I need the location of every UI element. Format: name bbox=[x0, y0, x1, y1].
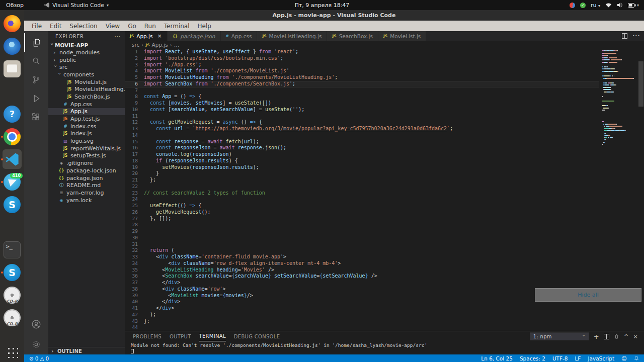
tree-item-setupTests.js[interactable]: JSsetupTests.js bbox=[48, 152, 125, 160]
code-line-41[interactable]: 41 </div> bbox=[125, 305, 599, 312]
code-line-7[interactable]: 7 bbox=[125, 87, 599, 94]
keyboard-layout[interactable]: ru ▾ bbox=[591, 2, 600, 9]
source-control-icon[interactable] bbox=[24, 70, 48, 89]
activities-button[interactable]: Обзор bbox=[0, 0, 30, 10]
menu-terminal[interactable]: Terminal bbox=[160, 22, 193, 30]
run-and-debug-icon[interactable] bbox=[24, 89, 48, 108]
tree-item-index.js[interactable]: JSindex.js bbox=[48, 130, 125, 138]
tree-item-App.css[interactable]: #App.css bbox=[48, 101, 125, 108]
eol-sequence[interactable]: LF bbox=[575, 355, 581, 361]
menu-help[interactable]: Help bbox=[194, 22, 215, 30]
show-applications-button[interactable] bbox=[6, 346, 18, 358]
dock-item-files[interactable] bbox=[0, 57, 24, 80]
feedback-smiley-icon[interactable]: ☺ bbox=[621, 355, 627, 361]
tab-MovieListHeading.js[interactable]: JSMovieListHeading.js bbox=[257, 31, 327, 41]
code-line-17[interactable]: 17 console.log(responseJson) bbox=[125, 151, 599, 158]
more-actions-icon[interactable]: ··· bbox=[114, 34, 121, 39]
tree-item-src[interactable]: ›src bbox=[48, 63, 125, 71]
code-line-22[interactable]: 22 bbox=[125, 184, 599, 190]
code-line-8[interactable]: 8const App = () => { bbox=[125, 94, 599, 100]
tree-item-yarn-error.log[interactable]: ≡yarn-error.log bbox=[48, 189, 125, 197]
account-icon[interactable] bbox=[24, 314, 48, 334]
code-line-38[interactable]: 38 <div className='row'> bbox=[125, 286, 599, 293]
update-indicator-icon[interactable]: ✓ bbox=[580, 3, 586, 8]
tab-App.js[interactable]: JSApp.js× bbox=[125, 31, 168, 41]
tab-App.css[interactable]: #App.css bbox=[221, 31, 258, 41]
close-panel-icon[interactable]: × bbox=[633, 333, 638, 340]
code-line-35[interactable]: 35 <MovieListHeading heading='Movies' /> bbox=[125, 267, 599, 274]
settings-gear-icon[interactable] bbox=[24, 334, 48, 354]
wifi-icon[interactable] bbox=[605, 3, 612, 8]
tree-item-.gitignore[interactable]: ◈.gitignore bbox=[48, 159, 125, 167]
code-line-34[interactable]: 34 <div className='row d-flex align-item… bbox=[125, 260, 599, 267]
code-line-5[interactable]: 5import MovieListHeading from './compone… bbox=[125, 74, 599, 81]
code-line-4[interactable]: 4import MovieList from './componets/Movi… bbox=[125, 68, 599, 74]
tree-item-MovieListHeading.js[interactable]: JSMovieListHeading.js bbox=[48, 85, 125, 93]
hide-all-button[interactable]: Hide all bbox=[578, 292, 598, 298]
tree-item-SearchBox.js[interactable]: JSSearchBox.js bbox=[48, 93, 125, 101]
tree-item-node_modules[interactable]: ›node_modules bbox=[48, 49, 125, 56]
tree-item-reportWebVitals.js[interactable]: JSreportWebVitals.js bbox=[48, 145, 125, 152]
code-line-10[interactable]: 10 const [searchValue, setSearchValue] =… bbox=[125, 107, 599, 113]
notifications-bell-icon[interactable] bbox=[634, 355, 639, 361]
tab-SearchBox.js[interactable]: JSSearchBox.js bbox=[327, 31, 378, 41]
code-line-14[interactable]: 14 bbox=[125, 132, 599, 139]
menu-selection[interactable]: Selection bbox=[66, 22, 101, 30]
dock-item-ubuntu-software[interactable] bbox=[0, 80, 24, 103]
panel-tab-output[interactable]: OUTPUT bbox=[170, 331, 191, 341]
terminal-output[interactable]: Module not found: Can't resolve './compo… bbox=[125, 341, 644, 354]
new-terminal-icon[interactable]: + bbox=[594, 333, 599, 340]
code-line-3[interactable]: 3import './App.css'; bbox=[125, 62, 599, 68]
tree-item-package.json[interactable]: {}package.json bbox=[48, 174, 125, 182]
tree-item-App.js[interactable]: JSApp.js bbox=[48, 108, 125, 116]
indentation[interactable]: Spaces: 2 bbox=[520, 355, 545, 361]
split-terminal-icon[interactable] bbox=[604, 334, 609, 339]
problems-status[interactable]: ⊘0 △0 bbox=[29, 355, 49, 361]
code-line-23[interactable]: 23// const searchValue 2 types of functi… bbox=[125, 190, 599, 197]
dock-item-terminal[interactable]: >_ bbox=[0, 238, 24, 261]
tree-item-App.test.js[interactable]: JSApp.test.js bbox=[48, 115, 125, 123]
code-line-40[interactable]: 40 </div> bbox=[125, 299, 599, 305]
menu-view[interactable]: View bbox=[102, 22, 123, 30]
tree-item-yarn.lock[interactable]: ◉yarn.lock bbox=[48, 197, 125, 204]
dock-item-chrome[interactable] bbox=[0, 125, 24, 148]
code-line-19[interactable]: 19 setMovies(responseJson.results); bbox=[125, 164, 599, 171]
tree-item-README.md[interactable]: ⓘREADME.md bbox=[48, 182, 125, 189]
code-line-25[interactable]: 25 useEffect(() => { bbox=[125, 203, 599, 209]
menu-run[interactable]: Run bbox=[141, 22, 159, 30]
code-line-12[interactable]: 12 const getMovieRequest = async () => { bbox=[125, 119, 599, 126]
explorer-icon[interactable] bbox=[24, 33, 48, 52]
code-line-16[interactable]: 16 const responseJson = await response.j… bbox=[125, 145, 599, 151]
encoding[interactable]: UTF-8 bbox=[552, 355, 568, 361]
dock-item-thunderbird[interactable] bbox=[0, 35, 24, 57]
breadcrumb-item[interactable]: src bbox=[132, 42, 139, 48]
tree-item-package-lock.json[interactable]: {}package-lock.json bbox=[48, 167, 125, 174]
code-line-31[interactable]: 31 bbox=[125, 241, 599, 248]
menu-go[interactable]: Go bbox=[124, 22, 140, 30]
more-actions-icon[interactable]: ··· bbox=[632, 31, 640, 41]
code-line-20[interactable]: 20 } bbox=[125, 170, 599, 177]
split-editor-icon[interactable] bbox=[622, 33, 627, 39]
code-line-36[interactable]: 36 <SearchBox searchValue={searchValue} … bbox=[125, 273, 599, 280]
search-icon[interactable] bbox=[24, 52, 48, 70]
code-line-29[interactable]: 29 bbox=[125, 228, 599, 235]
code-line-43[interactable]: 43}; bbox=[125, 318, 599, 325]
panel-tab-problems[interactable]: PROBLEMS bbox=[133, 331, 162, 341]
code-line-15[interactable]: 15 const response = await fetch(url); bbox=[125, 139, 599, 145]
clock[interactable]: Пт, 9 апреля 18:47 bbox=[295, 2, 350, 9]
code-line-26[interactable]: 26 getMovieRequest(); bbox=[125, 209, 599, 216]
terminal-select[interactable]: 1: npm › bbox=[530, 332, 589, 340]
tab-package.json[interactable]: {}package.json bbox=[168, 31, 221, 41]
code-line-39[interactable]: 39 <MovieList movies={movies}/> bbox=[125, 293, 599, 299]
code-line-27[interactable]: 27 }, []); bbox=[125, 216, 599, 222]
code-line-24[interactable]: 24 bbox=[125, 196, 599, 203]
minimap[interactable] bbox=[602, 50, 637, 150]
dock-item-cdr-2[interactable]: CD-R bbox=[0, 306, 24, 329]
code-line-6[interactable]: 6import SearchBox from './components/Sea… bbox=[125, 81, 599, 87]
battery-indicator[interactable]: ▾ bbox=[628, 3, 639, 8]
app-indicator-icon[interactable] bbox=[570, 3, 575, 8]
window-title-bar[interactable]: App.js - movie-app - Visual Studio Code bbox=[24, 10, 644, 21]
code-line-9[interactable]: 9 const [movies, setMovies] = useState([… bbox=[125, 100, 599, 107]
code-line-18[interactable]: 18 if (responseJson.results) { bbox=[125, 158, 599, 164]
code-line-1[interactable]: 1import React, { useState, useEffect } f… bbox=[125, 49, 599, 55]
